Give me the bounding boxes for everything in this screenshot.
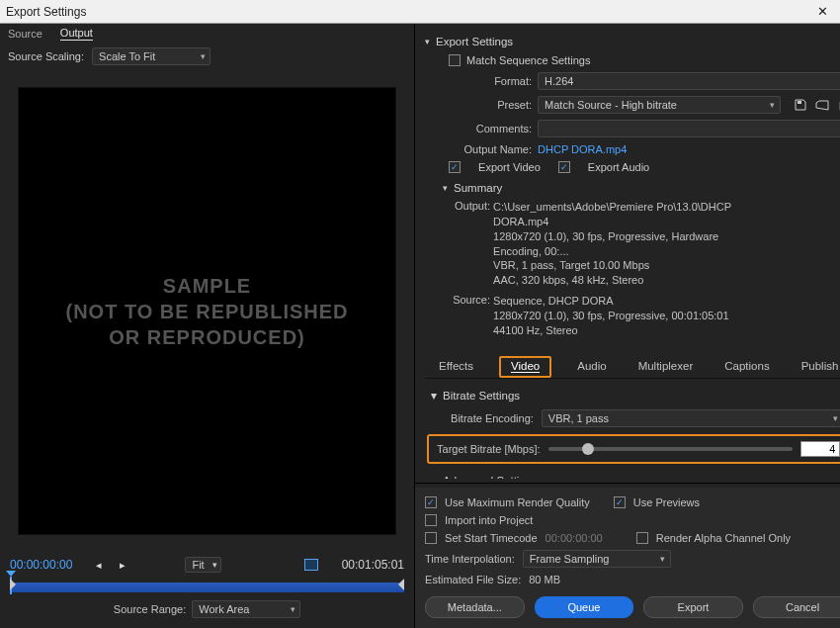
export-button[interactable]: Export (643, 596, 743, 618)
summary-source-text: Sequence, DHCP DORA 1280x720 (1.0), 30 f… (493, 294, 729, 338)
source-scaling-label: Source Scaling: (8, 50, 84, 62)
timeline[interactable] (0, 577, 414, 594)
bitrate-encoding-select[interactable]: VBR, 1 pass▾ (542, 409, 840, 427)
output-name-link[interactable]: DHCP DORA.mp4 (538, 143, 627, 155)
import-into-project-checkbox[interactable] (425, 514, 437, 526)
tab-publish[interactable]: Publish (796, 356, 840, 378)
window-title: Export Settings (6, 5, 810, 19)
summary-output-label: Output: (449, 200, 490, 212)
titlebar: Export Settings ✕ (0, 0, 840, 24)
zoom-fit-select[interactable]: Fit▾ (185, 557, 220, 573)
settings-tabs: Effects Video Audio Multiplexer Captions… (425, 348, 840, 379)
metadata-button[interactable]: Metadata... (425, 596, 525, 618)
time-interpolation-select[interactable]: Frame Sampling▾ (523, 550, 671, 568)
comments-input[interactable] (538, 120, 840, 137)
watermark: SAMPLE (NOT TO BE REPUBLISHED OR REPRODU… (65, 273, 348, 350)
twirl-down-icon[interactable]: ▾ (431, 389, 437, 403)
tab-video-highlight: Video (499, 356, 551, 378)
export-audio-label: Export Audio (588, 161, 649, 173)
max-render-quality-checkbox[interactable] (425, 496, 437, 508)
twirl-down-icon[interactable]: ▾ (443, 183, 448, 193)
source-range-label: Source Range: (114, 603, 186, 615)
format-label: Format: (449, 75, 532, 87)
aspect-ratio-icon[interactable] (304, 559, 318, 571)
export-audio-checkbox[interactable] (558, 161, 570, 173)
match-sequence-label: Match Sequence Settings (466, 54, 590, 66)
tab-captions[interactable]: Captions (718, 356, 775, 378)
render-alpha-label: Render Alpha Channel Only (656, 532, 791, 544)
step-back-icon[interactable]: ◂ (96, 559, 108, 571)
in-point-icon[interactable] (10, 579, 16, 590)
source-range-select[interactable]: Work Area▾ (192, 600, 300, 618)
export-video-checkbox[interactable] (449, 161, 461, 173)
tab-effects[interactable]: Effects (433, 356, 479, 378)
use-previews-label: Use Previews (633, 496, 700, 508)
tab-audio[interactable]: Audio (571, 356, 612, 378)
step-forward-icon[interactable]: ▸ (120, 559, 131, 571)
export-video-label: Export Video (478, 161, 541, 173)
current-time[interactable]: 00:00:00:00 (10, 558, 72, 572)
time-interpolation-label: Time Interpolation: (425, 553, 515, 565)
delete-preset-icon[interactable] (836, 98, 840, 112)
target-bitrate-highlight: Target Bitrate [Mbps]: (427, 434, 840, 464)
estimated-size-label: Estimated File Size: (425, 574, 521, 585)
footer-panel: Use Maximum Render Quality Use Previews … (415, 488, 840, 628)
summary-header[interactable]: ▾ Summary (443, 182, 840, 194)
summary-source-label: Source: (449, 294, 490, 306)
advanced-settings-header[interactable]: ▾ Advanced Settings (431, 474, 840, 479)
summary-output-text: C:\User_uments\Adobe\Premiere Pro\13.0\D… (493, 200, 750, 288)
tab-output[interactable]: Output (60, 27, 93, 41)
preview-panel: Source Output Source Scaling: Scale To F… (0, 24, 415, 628)
close-icon[interactable]: ✕ (810, 4, 834, 19)
max-render-quality-label: Use Maximum Render Quality (445, 496, 590, 508)
target-bitrate-label: Target Bitrate [Mbps]: (437, 443, 541, 455)
render-alpha-checkbox[interactable] (636, 532, 648, 544)
preset-label: Preset: (449, 99, 532, 111)
set-start-timecode-value: 00:00:00:00 (546, 532, 603, 544)
tab-source[interactable]: Source (8, 28, 42, 40)
queue-button[interactable]: Queue (535, 596, 634, 618)
cancel-button[interactable]: Cancel (753, 596, 840, 618)
bitrate-encoding-label: Bitrate Encoding: (451, 412, 534, 424)
settings-panel: ▾ Export Settings Match Sequence Setting… (415, 24, 840, 628)
target-bitrate-slider[interactable] (548, 447, 794, 451)
use-previews-checkbox[interactable] (614, 496, 626, 508)
tab-multiplexer[interactable]: Multiplexer (632, 356, 700, 378)
chevron-down-icon: ▾ (201, 51, 206, 61)
twirl-down-icon[interactable]: ▾ (431, 474, 437, 479)
comments-label: Comments: (449, 123, 532, 135)
import-preset-icon[interactable] (814, 98, 830, 112)
duration-time: 00:01:05:01 (342, 558, 404, 572)
out-point-icon[interactable] (398, 579, 404, 590)
estimated-size-value: 80 MB (529, 574, 560, 585)
output-name-label: Output Name: (449, 143, 532, 155)
video-preview: SAMPLE (NOT TO BE REPUBLISHED OR REPRODU… (18, 87, 396, 535)
bitrate-settings-header[interactable]: ▾ Bitrate Settings (431, 389, 840, 403)
target-bitrate-input[interactable] (800, 441, 840, 457)
set-start-timecode-label: Set Start Timecode (445, 532, 538, 544)
preset-select[interactable]: Match Source - High bitrate▾ (538, 96, 781, 114)
tab-video[interactable]: Video (511, 360, 540, 373)
playback-bar: 00:00:00:00 ◂ ▸ Fit▾ 00:01:05:01 (0, 553, 414, 577)
match-sequence-checkbox[interactable] (449, 54, 461, 66)
twirl-down-icon[interactable]: ▾ (425, 37, 430, 46)
import-into-project-label: Import into Project (445, 514, 533, 526)
preview-tabs: Source Output (0, 24, 414, 44)
set-start-timecode-checkbox[interactable] (425, 532, 437, 544)
export-settings-header[interactable]: ▾ Export Settings (425, 36, 840, 47)
format-select[interactable]: H.264▾ (538, 72, 840, 90)
source-scaling-select[interactable]: Scale To Fit▾ (92, 47, 210, 65)
save-preset-icon[interactable] (793, 98, 808, 112)
svg-rect-0 (798, 101, 801, 104)
